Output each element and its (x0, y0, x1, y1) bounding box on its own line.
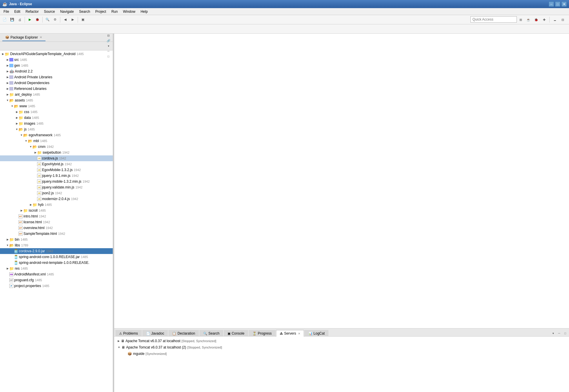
tree-item-src[interactable]: ▶src1485 (0, 57, 113, 63)
tree-arrow-www[interactable]: ▼ (10, 104, 14, 108)
tree-arrow-cordova-js[interactable] (34, 157, 37, 160)
tree-arrow-sample-html[interactable] (15, 232, 19, 235)
tree-item-bin[interactable]: ▶📁bin1485 (0, 237, 113, 242)
tree-item-json2-js[interactable]: JSjson2.js1942 (0, 190, 113, 196)
package-explorer-tab-close[interactable]: ✕ (39, 36, 43, 39)
tree-item-mbl[interactable]: ▼📂mbl1485 (0, 138, 113, 144)
tree-arrow-hyb[interactable]: ▶ (29, 203, 32, 206)
minimize-view-button[interactable]: 🗕 (551, 16, 558, 23)
perspective-button[interactable]: ⊞ (517, 16, 524, 23)
tree-item-jquery-js[interactable]: JSjquery-1.9.1.min.js1942 (0, 173, 113, 179)
menu-item-navigate[interactable]: Navigate (58, 9, 76, 14)
tree-arrow-project-props[interactable] (6, 284, 9, 288)
settings-button[interactable]: ⚙ (52, 16, 59, 23)
tree-arrow-js[interactable]: ▼ (15, 128, 19, 131)
tree-arrow-project[interactable]: ▶ (1, 52, 5, 56)
tree-arrow-modernizr-js[interactable] (34, 197, 37, 201)
tree-item-images[interactable]: ▶📁images1485 (0, 121, 113, 126)
server-arrow[interactable]: ▶ (118, 340, 120, 342)
tree-item-jquery-mobile[interactable]: JSjquery.mobile-1.3.2.min.js1942 (0, 179, 113, 184)
bottom-tab-search[interactable]: 🔍Search (199, 330, 223, 337)
bottom-tab-declaration[interactable]: 📋Declaration (168, 330, 199, 337)
tree-item-egovmobile-js[interactable]: JSEgovMobile-1.3.2.js1942 (0, 167, 113, 173)
debug-perspective-button[interactable]: 🐞 (533, 16, 540, 23)
tree-item-gen[interactable]: ▶gen1485 (0, 63, 113, 68)
menu-item-refactor[interactable]: Refactor (23, 9, 41, 14)
tree-item-res[interactable]: ▶📁res1485 (0, 266, 113, 271)
tree-item-android-private[interactable]: ▶Android Private Libraries (0, 74, 113, 80)
open-perspective-button[interactable]: ✚ (541, 16, 548, 23)
tree-item-modernizr-js[interactable]: JSmodernizr-2.0.4.js1942 (0, 196, 113, 202)
tree-arrow-proguard[interactable] (6, 278, 9, 282)
quick-access-input[interactable] (470, 16, 517, 23)
tree-item-swipebutton[interactable]: ▶📁swipebutton1942 (0, 150, 113, 155)
tree-item-assets[interactable]: ▼📂assets1485 (0, 97, 113, 103)
tree-item-license-html[interactable]: HTlicense.html1942 (0, 219, 113, 225)
search-toolbar-button[interactable]: 🔍 (44, 16, 51, 23)
tree-arrow-egovhybrid-js[interactable] (34, 162, 37, 166)
menu-item-help[interactable]: Help (138, 9, 150, 14)
menu-item-window[interactable]: Window (121, 9, 138, 14)
server-arrow[interactable]: ▼ (118, 346, 120, 349)
tree-arrow-jquery-js[interactable] (34, 174, 37, 177)
server-item[interactable]: 📦mguide[Synchronized] (115, 351, 568, 357)
menu-item-file[interactable]: File (1, 9, 11, 14)
bottom-panel-maximize[interactable]: □ (563, 331, 568, 336)
server-item[interactable]: ▼🖥Apache Tomcat v6.0.37 at localhost (2)… (115, 344, 568, 351)
tree-arrow-android-deps[interactable]: ▶ (6, 81, 9, 85)
forward-button[interactable]: ▶ (69, 16, 76, 23)
maximize-button[interactable]: □ (555, 1, 560, 7)
tree-arrow-egovframework[interactable]: ▼ (20, 133, 23, 137)
tree-arrow-libs[interactable]: ▼ (6, 244, 9, 247)
bottom-panel-menu[interactable]: ▾ (550, 331, 556, 336)
back-button[interactable]: ◀ (62, 16, 69, 23)
tree-item-project[interactable]: ▶📁DeviceAPIGuideSampleTemplate_Android14… (0, 51, 113, 57)
tree-item-proguard[interactable]: CFproguard.cfg1485 (0, 277, 113, 283)
tree-arrow-ant-deploy[interactable]: ▶ (6, 93, 9, 96)
tree-item-referenced-libs[interactable]: ▶Referenced Libraries (0, 86, 113, 92)
debug-button[interactable]: 🐞 (34, 16, 41, 23)
tree-arrow-overview-html[interactable] (15, 226, 19, 230)
tree-item-project-props[interactable]: Pproject.properties1485 (0, 283, 113, 289)
tree-arrow-gen[interactable]: ▶ (6, 64, 9, 67)
run-button[interactable]: ▶ (26, 16, 33, 23)
bottom-tab-javadoc[interactable]: 📄Javadoc (142, 330, 168, 337)
menu-item-source[interactable]: Source (41, 9, 57, 14)
tree-item-cmm[interactable]: ▼📂cmm1942 (0, 144, 113, 150)
bottom-tab-progress[interactable]: ⏳Progress (249, 330, 275, 337)
tree-item-android-deps[interactable]: ▶Android Dependencies (0, 80, 113, 86)
tree-item-sample-html[interactable]: HTSampleTemplate.html1942 (0, 231, 113, 237)
tree-arrow-android22[interactable]: ▶ (6, 70, 9, 73)
tree-item-egovframework[interactable]: ▼📂egovframework1485 (0, 132, 113, 138)
tree-arrow-iscroll[interactable]: ▶ (20, 209, 23, 212)
tree-arrow-license-html[interactable] (15, 220, 19, 224)
tree-item-css[interactable]: ▶📁css1485 (0, 109, 113, 115)
bottom-tab-servers[interactable]: 🖧Servers✕ (276, 330, 304, 337)
tree-arrow-androidmanifest[interactable] (6, 273, 9, 276)
maximize-view-button[interactable]: ⊟ (559, 16, 566, 23)
tree-item-hyb[interactable]: ▶📁hyb1485 (0, 202, 113, 208)
tree-arrow-referenced-libs[interactable]: ▶ (6, 87, 9, 90)
tree-arrow-images[interactable]: ▶ (15, 122, 19, 125)
tree-item-spring-core-jar[interactable]: 🫙spring-android-core-1.0.0.RELEASE.jar14… (0, 254, 113, 260)
tree-arrow-android-private[interactable]: ▶ (6, 75, 9, 79)
tree-item-egovhybrid-js[interactable]: JSEgovHybrid.js1942 (0, 161, 113, 167)
tree-item-intro-html[interactable]: HTintro.html1942 (0, 213, 113, 219)
tree-arrow-intro-html[interactable] (15, 215, 19, 218)
tree-item-ant-deploy[interactable]: ▶📁ant_deploy1485 (0, 92, 113, 97)
menu-item-search[interactable]: Search (77, 9, 92, 14)
bottom-tab-problems[interactable]: ⚠Problems (115, 330, 142, 337)
tree-arrow-res[interactable]: ▶ (6, 267, 9, 270)
tree-arrow-jquery-mobile[interactable] (34, 180, 37, 183)
tree-item-data[interactable]: ▶📁data1485 (0, 115, 113, 121)
tree-arrow-data[interactable]: ▶ (15, 116, 19, 119)
save-button[interactable]: 💾 (9, 16, 16, 23)
package-explorer-tab[interactable]: 📦 Package Explorer ✕ (2, 34, 46, 41)
close-button[interactable]: ✕ (561, 1, 567, 7)
tree-item-cordova-jar[interactable]: 🫙cordova-2.9.0.jar1942 (0, 248, 113, 254)
tree-arrow-assets[interactable]: ▼ (6, 99, 9, 102)
tree-item-js[interactable]: ▼📂js1485 (0, 126, 113, 132)
tree-arrow-cmm[interactable]: ▼ (29, 145, 32, 148)
tree-item-libs[interactable]: ▼📂libs1789 (0, 242, 113, 248)
link-editor-button[interactable]: 🔗 (106, 38, 111, 43)
